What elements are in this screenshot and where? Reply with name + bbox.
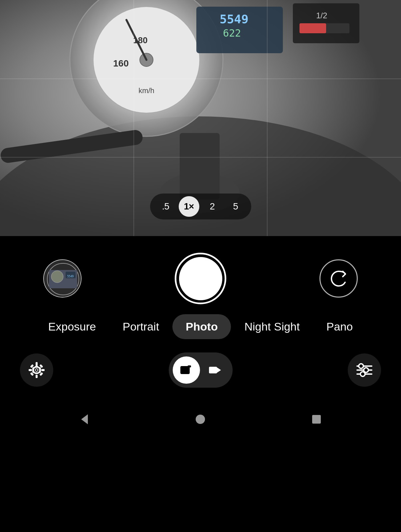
flip-camera-icon bbox=[329, 269, 349, 289]
back-button[interactable] bbox=[73, 408, 96, 431]
svg-point-47 bbox=[359, 364, 363, 368]
gallery-thumbnail[interactable]: 5549 bbox=[43, 259, 82, 298]
svg-text:5549: 5549 bbox=[220, 12, 249, 26]
viewfinder: km/h 160 180 5549 622 1/2 bbox=[0, 0, 401, 236]
zoom-0.5-button[interactable]: .5 bbox=[155, 196, 176, 217]
svg-text:622: 622 bbox=[223, 27, 241, 39]
camera-controls-row: 5549 bbox=[0, 246, 401, 311]
zoom-controls: .5 1× 2 5 bbox=[150, 194, 251, 219]
camera-icon bbox=[179, 363, 194, 377]
svg-rect-31 bbox=[36, 375, 38, 378]
svg-point-39 bbox=[35, 369, 38, 371]
tab-portrait[interactable]: Portrait bbox=[109, 314, 173, 339]
settings-button[interactable] bbox=[20, 353, 53, 387]
svg-rect-15 bbox=[300, 23, 326, 33]
bottom-toolbar bbox=[0, 346, 401, 398]
tab-photo[interactable]: Photo bbox=[172, 314, 231, 339]
svg-rect-17 bbox=[180, 133, 220, 200]
video-icon bbox=[208, 363, 222, 377]
shutter-inner bbox=[179, 257, 222, 300]
recents-button[interactable] bbox=[305, 408, 328, 431]
svg-rect-32 bbox=[29, 369, 32, 371]
svg-marker-45 bbox=[217, 367, 221, 373]
adjust-icon bbox=[354, 360, 374, 380]
adjust-button[interactable] bbox=[348, 353, 381, 387]
home-button[interactable] bbox=[189, 408, 212, 431]
svg-rect-43 bbox=[188, 365, 191, 367]
controls-area: 5549 Exposure Portrait Photo Night Sight… bbox=[0, 236, 401, 441]
svg-point-42 bbox=[184, 369, 186, 371]
home-icon bbox=[192, 411, 209, 428]
svg-marker-52 bbox=[81, 414, 88, 424]
tab-exposure[interactable]: Exposure bbox=[35, 314, 109, 339]
shutter-button[interactable] bbox=[175, 253, 226, 304]
svg-point-26 bbox=[51, 271, 63, 283]
svg-point-53 bbox=[196, 415, 205, 424]
svg-rect-44 bbox=[209, 367, 217, 373]
svg-rect-30 bbox=[36, 362, 38, 365]
camera-video-toggle bbox=[169, 352, 233, 388]
svg-rect-54 bbox=[312, 415, 321, 424]
svg-text:5549: 5549 bbox=[67, 275, 74, 278]
back-icon bbox=[76, 411, 93, 428]
zoom-1x-button[interactable]: 1× bbox=[179, 196, 199, 217]
svg-text:1/2: 1/2 bbox=[316, 11, 327, 20]
camera-mode-button[interactable] bbox=[173, 356, 200, 384]
tab-pano[interactable]: Pano bbox=[313, 314, 366, 339]
mode-tabs: Exposure Portrait Photo Night Sight Pano bbox=[0, 311, 401, 346]
video-mode-button[interactable] bbox=[201, 356, 229, 384]
tab-night-sight[interactable]: Night Sight bbox=[231, 314, 313, 339]
settings-icon bbox=[27, 360, 47, 380]
recents-icon bbox=[308, 411, 325, 428]
gallery-thumbnail-image: 5549 bbox=[44, 260, 81, 297]
svg-point-51 bbox=[360, 372, 365, 376]
svg-text:180: 180 bbox=[133, 35, 147, 45]
zoom-2-button[interactable]: 2 bbox=[202, 196, 223, 217]
navigation-bar bbox=[0, 398, 401, 441]
zoom-5-button[interactable]: 5 bbox=[225, 196, 246, 217]
svg-text:160: 160 bbox=[113, 58, 129, 68]
flip-camera-button[interactable] bbox=[319, 259, 358, 298]
svg-text:km/h: km/h bbox=[138, 86, 154, 95]
svg-rect-33 bbox=[41, 369, 45, 371]
